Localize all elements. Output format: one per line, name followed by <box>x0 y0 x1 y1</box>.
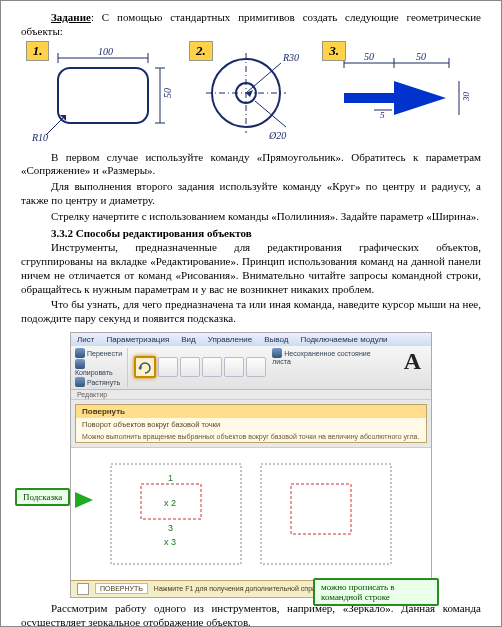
r10: R10 <box>31 132 48 143</box>
scale-icon[interactable] <box>202 357 222 377</box>
workspace-right-svg <box>256 459 396 569</box>
dim-50a: 50 <box>364 51 374 62</box>
callout-hint: Подсказка <box>15 488 70 506</box>
section-head: 3.3.2 Способы редактирования объектов <box>21 227 481 239</box>
f1-hint: Нажмите F1 для получения дополнительной … <box>154 585 327 592</box>
svg-rect-33 <box>291 484 351 534</box>
menu-item[interactable]: Подключаемые модули <box>300 335 387 344</box>
svg-text:3: 3 <box>168 523 173 533</box>
mirror-icon[interactable] <box>158 357 178 377</box>
figure-3-svg: 50 50 30 5 <box>324 43 474 143</box>
command-name[interactable]: ПОВЕРНУТЬ <box>95 583 148 594</box>
workspace-left-svg: 1 x 2 3 x 3 <box>106 459 246 569</box>
svg-text:x 2: x 2 <box>164 498 176 508</box>
cmd-icon <box>77 583 89 595</box>
rotate-tooltip: Повернуть Поворот объектов вокруг базово… <box>75 404 427 443</box>
task-paragraph: Задание: С помощью стандартных примитиво… <box>21 11 481 39</box>
dim-50b: 50 <box>416 51 426 62</box>
para4: Инструменты, предназначенные для редакти… <box>21 241 481 296</box>
para1: В первом случае используйте команду «Пря… <box>21 151 481 179</box>
stretch-button[interactable]: Растянуть <box>75 377 123 387</box>
menu-item[interactable]: Параметризация <box>106 335 169 344</box>
dim-30: 30 <box>461 91 471 102</box>
annotation-a-icon[interactable]: A <box>398 348 427 387</box>
document-page: Задание: С помощью стандартных примитиво… <box>0 0 502 627</box>
ribbon: Перенести Копировать Растянуть Несохране… <box>71 346 431 390</box>
menu-item[interactable]: Лист <box>77 335 94 344</box>
svg-rect-21 <box>344 93 394 103</box>
dim-50v: 50 <box>162 88 173 98</box>
callout-cmdline: можно прописать в командной строке <box>313 578 439 606</box>
svg-marker-22 <box>394 81 446 115</box>
tooltip-title: Повернуть <box>76 405 426 418</box>
figures-row: 1. 100 50 R10 2. <box>21 43 481 143</box>
ribbon-group-label: Редактир <box>71 390 431 400</box>
fillet-icon[interactable] <box>246 357 266 377</box>
menu-item[interactable]: Управление <box>208 335 252 344</box>
para2: Для выполнения второго задания используй… <box>21 180 481 208</box>
figure-3: 3. 50 50 30 5 <box>324 43 474 143</box>
figure-1: 1. 100 50 R10 <box>28 43 178 143</box>
ribbon-move-group: Перенести Копировать Растянуть <box>75 348 128 387</box>
r30: R30 <box>282 52 299 63</box>
tooltip-subtitle: Поворот объектов вокруг базовой точки <box>76 418 426 431</box>
svg-rect-0 <box>58 68 148 123</box>
badge-2: 2. <box>189 41 213 61</box>
task-label: Задание <box>51 11 91 23</box>
svg-rect-32 <box>261 464 391 564</box>
copy-button[interactable]: Копировать <box>75 359 123 376</box>
task-text: : С помощью стандартных примитивов созда… <box>21 11 481 37</box>
badge-1: 1. <box>26 41 50 61</box>
figure-2: 2. R30 Ø20 <box>191 43 311 143</box>
green-arrow-icon <box>75 492 93 508</box>
ribbon-dash-group: Несохраненное состояние листа <box>272 348 391 387</box>
dim-100: 100 <box>98 46 113 57</box>
figure-1-svg: 100 50 R10 <box>28 43 178 143</box>
menu-item[interactable]: Вывод <box>264 335 288 344</box>
dim-5: 5 <box>380 110 385 120</box>
move-button[interactable]: Перенести <box>75 348 123 358</box>
layer-state-label[interactable]: Несохраненное состояние листа <box>272 348 387 365</box>
drawing-workspace: Подсказка 1 x 2 3 x 3 можно прописать в … <box>71 447 431 580</box>
ribbon-icons <box>134 348 266 387</box>
trim-icon[interactable] <box>180 357 200 377</box>
svg-marker-14 <box>246 90 253 97</box>
svg-text:x 3: x 3 <box>164 537 176 547</box>
array-icon[interactable] <box>224 357 244 377</box>
autocad-screenshot: Лист Параметризация Вид Управление Вывод… <box>70 332 432 598</box>
svg-rect-26 <box>111 464 241 564</box>
menu-item[interactable]: Вид <box>181 335 195 344</box>
tooltip-body: Можно выполнить вращение выбранных объек… <box>76 431 426 442</box>
para3: Стрелку начертите с использованием коман… <box>21 210 481 224</box>
d20: Ø20 <box>268 130 286 141</box>
menubar: Лист Параметризация Вид Управление Вывод… <box>71 333 431 346</box>
badge-3: 3. <box>322 41 346 61</box>
svg-text:1: 1 <box>168 473 173 483</box>
rotate-icon[interactable] <box>134 356 156 378</box>
para5: Что бы узнать, для чего предназначена та… <box>21 298 481 326</box>
